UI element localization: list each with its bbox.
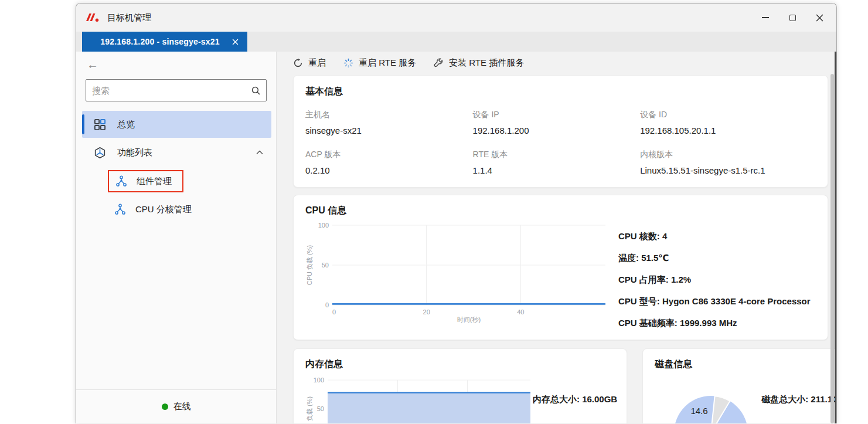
- molecule-icon: [113, 203, 127, 215]
- button-label: 重启 RTE 服务: [359, 57, 416, 69]
- dashboard-content: 基本信息 主机名 sinsegye-sx21 设备 IP 192.168.1.2…: [277, 74, 836, 423]
- svg-text:40: 40: [517, 308, 524, 316]
- svg-text:负载 (%): 负载 (%): [306, 396, 313, 421]
- sidebar: ←: [76, 52, 277, 423]
- tab-label: 192.168.1.200 - sinsegye-sx21: [91, 37, 229, 46]
- svg-text:0: 0: [325, 301, 329, 308]
- svg-text:0: 0: [332, 308, 336, 316]
- tab-target-machine[interactable]: 192.168.1.200 - sinsegye-sx21: [82, 32, 247, 52]
- card-title: 磁盘信息: [655, 358, 836, 371]
- svg-text:50: 50: [317, 405, 324, 412]
- field-label: 设备 ID: [640, 110, 816, 120]
- maximize-icon: [789, 15, 796, 21]
- field-value: Linux5.15.51-sinsegye-s1.5-rc.1: [640, 165, 816, 175]
- disk-usage-pie-chart: 14.6: [662, 375, 761, 423]
- grid-icon: [93, 118, 107, 131]
- chevron-up-icon[interactable]: [256, 150, 263, 155]
- field-value: sinsegye-sx21: [305, 125, 473, 135]
- svg-text:CPU 负载 (%): CPU 负载 (%): [306, 245, 313, 285]
- cube-icon: [93, 147, 107, 159]
- tab-close-icon: [232, 39, 239, 45]
- field-value: 192.168.105.20.1.1: [640, 125, 816, 135]
- card-title: CPU 信息: [305, 205, 819, 217]
- info-field: 内核版本 Linux5.15.51-sinsegye-s1.5-rc.1: [640, 150, 816, 175]
- svg-text:50: 50: [322, 262, 329, 269]
- app-logo-icon: [84, 12, 100, 23]
- spinner-icon: [343, 58, 353, 68]
- maximize-button[interactable]: [779, 8, 806, 28]
- memory-info-card: 内存信息 02040050100时间(秒)负载 (%) 内存总大小: 16.00…: [293, 348, 627, 423]
- sidebar-item-function-list[interactable]: 功能列表: [82, 139, 271, 166]
- search-box: [86, 79, 267, 101]
- cpu-stat-line: CPU 核数: 4: [618, 225, 819, 247]
- minimize-icon: [762, 17, 769, 18]
- minimize-button[interactable]: [752, 8, 779, 28]
- button-label: 重启: [308, 57, 326, 69]
- sidebar-item-label: CPU 分核管理: [135, 204, 192, 215]
- window-title: 目标机管理: [107, 12, 151, 23]
- app-window: 目标机管理 192.168.1.200 - sinsegye-sx21: [76, 3, 837, 423]
- connection-status: 在线: [76, 389, 276, 423]
- search-button[interactable]: [245, 80, 266, 101]
- close-icon: [816, 14, 823, 22]
- field-value: 1.1.4: [473, 165, 641, 175]
- cpu-info-card: CPU 信息 02040050100时间(秒)CPU 负载 (%) CPU 核数…: [293, 195, 828, 340]
- memory-total-stat: 内存总大小: 16.00GB: [533, 375, 617, 405]
- button-label: 安装 RTE 插件服务: [449, 57, 524, 69]
- field-label: RTE 版本: [473, 150, 641, 160]
- cpu-stat-line: 温度: 51.5℃: [618, 247, 819, 269]
- memory-load-chart: 02040050100时间(秒)负载 (%): [305, 375, 533, 423]
- svg-text:100: 100: [318, 222, 329, 229]
- back-button[interactable]: ←: [87, 58, 98, 71]
- info-field: 设备 ID 192.168.105.20.1.1: [640, 110, 816, 135]
- field-label: 设备 IP: [473, 110, 641, 120]
- close-button[interactable]: [806, 8, 833, 28]
- restart-button[interactable]: 重启: [293, 57, 326, 69]
- search-icon: [251, 86, 261, 96]
- tab-strip: 192.168.1.200 - sinsegye-sx21: [76, 32, 836, 52]
- wrench-icon: [434, 58, 444, 68]
- disk-total-stat: 磁盘总大小: 211.1GB: [761, 375, 836, 405]
- card-title: 内存信息: [305, 358, 617, 371]
- toolbar: 重启 重启 RTE 服务: [277, 52, 836, 74]
- annotation-highlight-box: 组件管理: [108, 170, 183, 192]
- info-field: ACP 版本 0.2.10: [305, 150, 473, 175]
- molecule-icon: [114, 175, 128, 187]
- main-panel: 重启 重启 RTE 服务: [277, 52, 836, 423]
- field-label: ACP 版本: [305, 150, 473, 160]
- sidebar-item-label: 功能列表: [117, 147, 256, 158]
- window-edge: [835, 52, 836, 423]
- field-value: 0.2.10: [305, 165, 473, 175]
- cpu-stat-line: CPU 型号: Hygon C86 3330E 4-core Processor: [618, 290, 819, 312]
- field-value: 192.168.1.200: [473, 125, 641, 135]
- cpu-load-chart: 02040050100时间(秒)CPU 负载 (%): [305, 219, 610, 324]
- basic-info-card: 基本信息 主机名 sinsegye-sx21 设备 IP 192.168.1.2…: [293, 75, 828, 188]
- search-input[interactable]: [86, 86, 245, 96]
- sidebar-item-cpu-core-management[interactable]: CPU 分核管理: [82, 195, 271, 223]
- disk-info-card: 磁盘信息 14.6 磁盘总大小: 211.1GB: [642, 348, 836, 423]
- field-label: 内核版本: [640, 150, 816, 160]
- info-field: 设备 IP 192.168.1.200: [473, 110, 641, 135]
- svg-text:100: 100: [314, 376, 324, 384]
- cpu-stats: CPU 核数: 4 温度: 51.5℃ CPU 占用率: 1.2% CPU 型号…: [610, 219, 819, 334]
- card-title: 基本信息: [305, 86, 816, 98]
- restart-rte-service-button[interactable]: 重启 RTE 服务: [343, 57, 416, 69]
- svg-text:时间(秒): 时间(秒): [457, 316, 481, 323]
- info-field: 主机名 sinsegye-sx21: [305, 110, 473, 135]
- info-field: RTE 版本 1.1.4: [473, 150, 641, 175]
- svg-text:14.6: 14.6: [691, 406, 708, 416]
- vertical-scrollbar[interactable]: [830, 74, 834, 423]
- title-bar: 目标机管理: [76, 4, 836, 32]
- sidebar-item-overview[interactable]: 总览: [82, 111, 271, 138]
- cpu-stat-line: CPU 占用率: 1.2%: [618, 269, 819, 290]
- online-status-icon: [162, 403, 168, 410]
- sidebar-item-label: 总览: [117, 119, 263, 130]
- install-rte-plugin-button[interactable]: 安装 RTE 插件服务: [434, 57, 524, 69]
- sidebar-item-label: 组件管理: [137, 176, 172, 187]
- refresh-icon: [293, 58, 303, 68]
- tab-close-button[interactable]: [229, 35, 241, 48]
- svg-text:20: 20: [423, 308, 430, 316]
- cpu-stat-line: CPU 基础频率: 1999.993 MHz: [618, 312, 819, 334]
- sidebar-item-component-management[interactable]: 组件管理: [82, 167, 271, 195]
- status-label: 在线: [173, 401, 191, 412]
